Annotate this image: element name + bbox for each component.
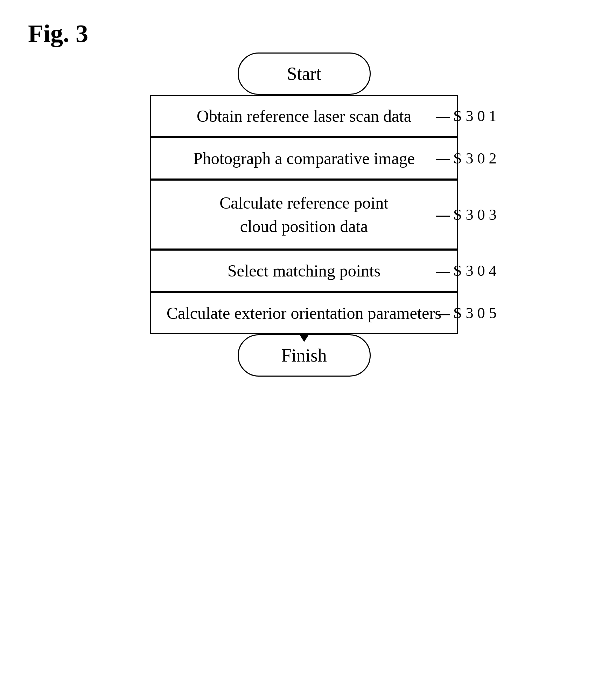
step-s303-box: Calculate reference point cloud position… bbox=[150, 180, 458, 250]
step-s304-label: S 3 0 4 bbox=[436, 262, 496, 280]
start-terminal: Start bbox=[238, 52, 371, 95]
step-row-s303: Calculate reference point cloud position… bbox=[112, 180, 497, 250]
step-s304-box: Select matching points bbox=[150, 250, 458, 292]
step-row-s305: Calculate exterior orientation parameter… bbox=[112, 292, 497, 334]
step-row-s304: Select matching points S 3 0 4 bbox=[112, 250, 497, 292]
step-s301-box: Obtain reference laser scan data bbox=[150, 95, 458, 137]
step-s305-label: S 3 0 5 bbox=[436, 304, 496, 322]
figure-label: Fig. 3 bbox=[28, 19, 88, 48]
step-s302-label: S 3 0 2 bbox=[436, 149, 496, 167]
step-row-s302: Photograph a comparative image S 3 0 2 bbox=[112, 137, 497, 180]
step-s303-label: S 3 0 3 bbox=[436, 206, 496, 224]
step-s305-box: Calculate exterior orientation parameter… bbox=[150, 292, 458, 334]
step-s302-box: Photograph a comparative image bbox=[150, 137, 458, 180]
step-row-s301: Obtain reference laser scan data S 3 0 1 bbox=[112, 95, 497, 137]
page-container: Fig. 3 Start Obtain reference laser scan… bbox=[0, 0, 608, 700]
flowchart: Start Obtain reference laser scan data S… bbox=[112, 52, 497, 377]
step-s301-label: S 3 0 1 bbox=[436, 107, 496, 125]
